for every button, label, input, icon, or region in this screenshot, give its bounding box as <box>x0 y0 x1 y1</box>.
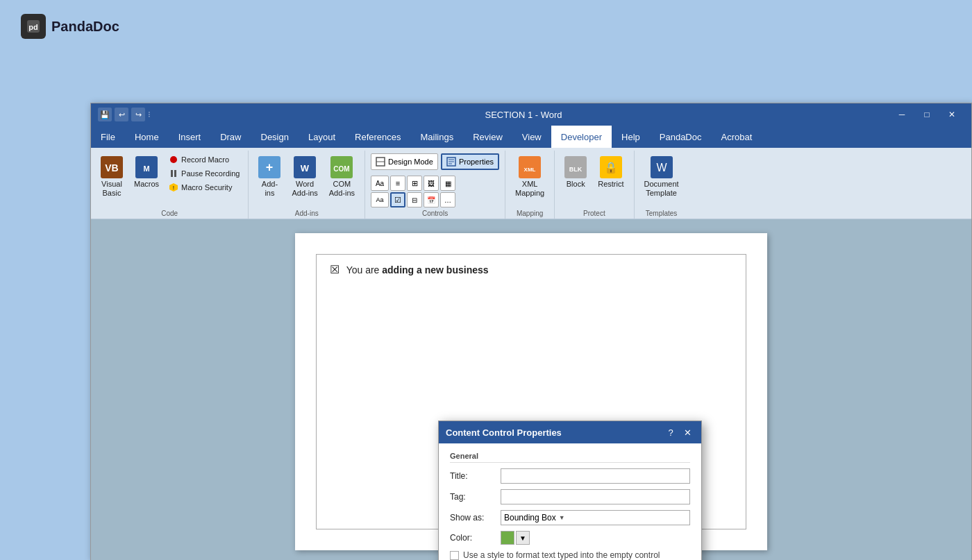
xml-mapping-label: XMLMapping <box>515 180 544 198</box>
pause-recording-label: Pause Recording <box>181 169 240 178</box>
svg-text:+: + <box>266 160 274 174</box>
menu-acrobat[interactable]: Acrobat <box>712 126 762 148</box>
com-add-ins-button[interactable]: COM COMAdd-ins <box>325 153 359 201</box>
properties-ribbon-button[interactable]: Properties <box>441 153 499 170</box>
menu-mailings[interactable]: Mailings <box>411 126 464 148</box>
svg-text:M: M <box>143 164 149 173</box>
ctrl-btn-more[interactable]: … <box>440 192 455 207</box>
macro-security-label: Macro Security <box>181 183 232 192</box>
show-as-dropdown[interactable]: Bounding Box ▼ <box>501 510 690 525</box>
menu-help[interactable]: Help <box>612 126 650 148</box>
restrict-icon: 🔒 <box>600 156 622 178</box>
pd-icon: pd <box>21 14 46 39</box>
svg-text:🔒: 🔒 <box>604 161 618 174</box>
visual-basic-label: VisualBasic <box>101 180 122 198</box>
document-template-button[interactable]: W DocumentTemplate <box>640 153 683 201</box>
svg-text:XML: XML <box>524 167 536 173</box>
ctrl-btn-checkbox[interactable]: ☑ <box>390 192 405 207</box>
block-icon: BLK <box>564 156 587 178</box>
ctrl-btn-aa1[interactable]: Aa <box>371 176 389 191</box>
ctrl-btn-img[interactable]: 🖼 <box>424 176 439 191</box>
macro-security-button[interactable]: ! Macro Security <box>166 181 242 194</box>
style-checkbox-row: Use a style to format text typed into th… <box>450 550 690 560</box>
color-swatch[interactable] <box>501 531 514 545</box>
menu-draw[interactable]: Draw <box>210 126 251 148</box>
add-ins-button[interactable]: + Add-ins <box>254 153 285 201</box>
style-checkbox[interactable] <box>450 551 459 560</box>
dialog-titlebar: Content Control Properties ? ✕ <box>439 421 701 443</box>
record-macro-button[interactable]: Record Macro <box>166 153 242 166</box>
general-section-label: General <box>450 452 690 463</box>
macros-label: Macros <box>134 180 159 189</box>
title-bar-controls: 💾 ↩ ↪ ⁝ <box>98 108 151 121</box>
code-group-content: VB VisualBasic M Macros <box>97 153 242 207</box>
ribbon-group-controls: Design Mode Properties Aa Aa ≡ <box>365 151 505 219</box>
menu-insert[interactable]: Insert <box>169 126 211 148</box>
menu-review[interactable]: Review <box>463 126 512 148</box>
content-control-dialog: Content Control Properties ? ✕ General T… <box>438 421 702 560</box>
show-as-arrow: ▼ <box>559 514 565 521</box>
svg-rect-7 <box>171 170 173 177</box>
word-add-ins-button[interactable]: W WordAdd-ins <box>287 153 321 201</box>
menu-bar: File Home Insert Draw Design Layout Refe… <box>91 126 971 148</box>
svg-point-6 <box>170 156 177 163</box>
pandadoc-logo-text: PandaDoc <box>51 19 119 35</box>
ribbon-group-templates: W DocumentTemplate Templates <box>635 151 689 219</box>
restrict-button[interactable]: 🔒 Restrict <box>594 153 628 192</box>
properties-ribbon-label: Properties <box>459 158 494 166</box>
dialog-help-button[interactable]: ? <box>664 425 678 439</box>
pause-recording-button[interactable]: Pause Recording <box>166 167 242 180</box>
block-button[interactable]: BLK Block <box>560 153 591 192</box>
redo-button[interactable]: ↪ <box>131 108 145 121</box>
menu-developer[interactable]: Developer <box>551 126 612 148</box>
ribbon-group-mapping: XML XMLMapping Mapping <box>505 151 555 219</box>
color-dropdown-btn[interactable]: ▼ <box>516 531 530 545</box>
record-macro-label: Record Macro <box>181 155 229 164</box>
ctrl-btn-grid[interactable]: ⊞ <box>407 176 422 191</box>
tag-input[interactable] <box>501 489 690 504</box>
ctrl-btn-block2[interactable]: ▦ <box>440 176 455 191</box>
ribbon-group-addins: + Add-ins W WordAdd-ins <box>249 151 365 219</box>
close-button[interactable]: ✕ <box>939 103 964 126</box>
dialog-close-button[interactable]: ✕ <box>680 425 694 439</box>
maximize-button[interactable]: □ <box>914 103 939 126</box>
title-row: Title: <box>450 468 690 484</box>
xml-mapping-button[interactable]: XML XMLMapping <box>511 153 548 201</box>
minimize-button[interactable]: ─ <box>889 103 914 126</box>
menu-references[interactable]: References <box>345 126 410 148</box>
save-button[interactable]: 💾 <box>98 108 112 121</box>
menu-home[interactable]: Home <box>125 126 169 148</box>
xml-mapping-icon: XML <box>519 156 541 178</box>
title-input[interactable] <box>501 468 690 484</box>
tag-row: Tag: <box>450 489 690 504</box>
show-as-value: Bounding Box <box>504 513 556 523</box>
ctrl-btn-lines[interactable]: ≡ <box>390 176 405 191</box>
controls-group-label: Controls <box>371 207 499 219</box>
title-label: Title: <box>450 471 495 481</box>
ctrl-btn-date[interactable]: 📅 <box>424 192 439 207</box>
menu-layout[interactable]: Layout <box>299 126 345 148</box>
com-add-ins-icon: COM <box>330 156 353 178</box>
dialog-title: Content Control Properties <box>446 427 562 438</box>
block-label: Block <box>567 180 585 189</box>
word-window: 💾 ↩ ↪ ⁝ SECTION 1 - Word ─ □ ✕ File Home… <box>90 103 972 560</box>
menu-file[interactable]: File <box>91 126 125 148</box>
macros-button[interactable]: M Macros <box>130 153 163 192</box>
undo-button[interactable]: ↩ <box>115 108 128 121</box>
color-picker: ▼ <box>501 531 530 545</box>
color-label: Color: <box>450 533 495 543</box>
menu-design[interactable]: Design <box>251 126 299 148</box>
code-small-btns: Record Macro Pause Recording ! Macro Sec… <box>166 153 242 194</box>
title-bar-title: SECTION 1 - Word <box>158 110 889 120</box>
svg-text:W: W <box>656 162 667 173</box>
word-add-ins-label: WordAdd-ins <box>292 180 317 198</box>
ctrl-btn-aa2[interactable]: Aa <box>371 192 389 207</box>
design-mode-button[interactable]: Design Mode <box>371 153 438 170</box>
word-add-ins-icon: W <box>294 156 316 178</box>
ctrl-btn-combo[interactable]: ⊟ <box>407 192 422 207</box>
menu-view[interactable]: View <box>512 126 551 148</box>
visual-basic-button[interactable]: VB VisualBasic <box>97 153 127 201</box>
pandadoc-header: pd PandaDoc <box>0 0 972 90</box>
title-bar: 💾 ↩ ↪ ⁝ SECTION 1 - Word ─ □ ✕ <box>91 103 971 126</box>
menu-pandadoc[interactable]: PandaDoc <box>650 126 712 148</box>
